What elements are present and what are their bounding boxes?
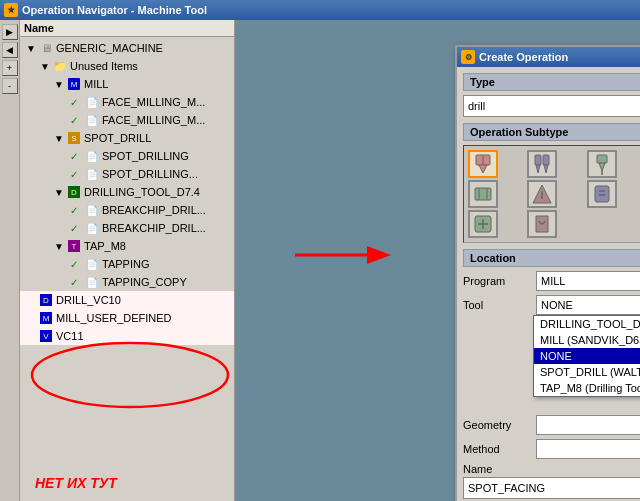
type-select-value: drill	[468, 100, 485, 112]
tool-label: Tool	[463, 299, 533, 311]
subtype-section-header: Operation Subtype ▲	[463, 123, 640, 141]
type-select[interactable]: drill	[463, 95, 640, 117]
location-header-label: Location	[470, 252, 516, 264]
tree-item-break1[interactable]: ✓ 📄 BREAKCHIP_DRIL...	[20, 201, 234, 219]
annotation-text: НЕТ ИХ ТУТ	[35, 475, 117, 491]
spot1-label: SPOT_DRILLING	[102, 150, 189, 162]
subtype-icon-7[interactable]	[527, 180, 557, 208]
subtype-icon-13[interactable]	[527, 210, 557, 238]
method-dropdown[interactable]: ▼	[536, 439, 640, 459]
subtype-icon-2[interactable]	[587, 150, 617, 178]
check-icon-8: ✓	[66, 274, 82, 290]
drilling-label: DRILLING_TOOL_D7.4	[84, 186, 200, 198]
name-section: Name	[463, 463, 640, 499]
red-arrow	[285, 235, 405, 275]
tool-select-value[interactable]: NONE	[536, 295, 640, 315]
tree-item-spot1[interactable]: ✓ 📄 SPOT_DRILLING	[20, 147, 234, 165]
method-select-value[interactable]	[536, 439, 640, 459]
tool-list-item-1[interactable]: MILL (SANDVIK_D63)	[534, 332, 640, 348]
svg-rect-6	[535, 155, 541, 165]
app-window: ★ Operation Navigator - Machine Tool ▶ ◀…	[0, 0, 640, 501]
program-select-value[interactable]: MILL	[536, 271, 640, 291]
type-header-label: Type	[470, 76, 495, 88]
svg-rect-20	[475, 188, 491, 200]
subtype-icon-6[interactable]	[468, 180, 498, 208]
tree-item-mill-user[interactable]: M MILL_USER_DEFINED	[20, 309, 234, 327]
expand-mill[interactable]: ▼	[52, 77, 66, 91]
tool-list-item-4[interactable]: TAP_M8 (Drilling Tool)	[534, 380, 640, 396]
tree-item-face1[interactable]: ✓ 📄 FACE_MILLING_M...	[20, 93, 234, 111]
check-icon-2: ✓	[66, 112, 82, 128]
subtype-icon-12[interactable]	[468, 210, 498, 238]
face1-label: FACE_MILLING_M...	[102, 96, 205, 108]
tree-item-generic[interactable]: ▼ 🖥 GENERIC_MACHINE	[20, 39, 234, 57]
tree-item-tapping2[interactable]: ✓ 📄 TAPPING_COPY	[20, 273, 234, 291]
tool-dropdown[interactable]: NONE ▼	[536, 295, 640, 315]
tool-dropdown-open: DRILLING_TOOL_D7.4 (GUHRING DRILL D7.4) …	[533, 315, 640, 397]
mill-icon: M	[66, 76, 82, 92]
tree-item-vc11[interactable]: V VC11	[20, 327, 234, 345]
tree-item-face2[interactable]: ✓ 📄 FACE_MILLING_M...	[20, 111, 234, 129]
check-icon-5: ✓	[66, 202, 82, 218]
app-title: Operation Navigator - Machine Tool	[22, 4, 207, 16]
dialog-title-left: ⚙ Create Operation	[461, 50, 568, 64]
expand-tap[interactable]: ▼	[52, 239, 66, 253]
check-icon-1: ✓	[66, 94, 82, 110]
geometry-dropdown[interactable]: ▼	[536, 415, 640, 435]
subtype-header-label: Operation Subtype	[470, 126, 568, 138]
tree-item-drill-vc10[interactable]: D DRILL_VC10	[20, 291, 234, 309]
geometry-select-value[interactable]	[536, 415, 640, 435]
tapping2-icon: 📄	[84, 274, 100, 290]
tree-item-drilling[interactable]: ▼ D DRILLING_TOOL_D7.4	[20, 183, 234, 201]
spot1-icon: 📄	[84, 148, 100, 164]
tree-item-spot-drill[interactable]: ▼ S SPOT_DRILL	[20, 129, 234, 147]
check-icon-4: ✓	[66, 166, 82, 182]
tree-item-unused[interactable]: ▼ 📁 Unused Items	[20, 57, 234, 75]
unused-label: Unused Items	[70, 60, 138, 72]
tree-item-tap[interactable]: ▼ T TAP_M8	[20, 237, 234, 255]
check-icon-3: ✓	[66, 148, 82, 164]
tool-list-item-0[interactable]: DRILLING_TOOL_D7.4 (GUHRING DRILL D7.4)	[534, 316, 640, 332]
drilling-icon: D	[66, 184, 82, 200]
svg-rect-25	[595, 186, 609, 202]
expand-unused[interactable]: ▼	[38, 59, 52, 73]
method-row: Method ▼	[463, 439, 640, 459]
subtype-icon-0[interactable]	[468, 150, 498, 178]
tree-item-tapping1[interactable]: ✓ 📄 TAPPING	[20, 255, 234, 273]
tapping2-label: TAPPING_COPY	[102, 276, 187, 288]
toolbar-btn-3[interactable]: +	[2, 60, 18, 76]
subtype-icon-8[interactable]	[587, 180, 617, 208]
generic-machine-icon: 🖥	[38, 40, 54, 56]
mill-label: MILL	[84, 78, 108, 90]
tree-item-break2[interactable]: ✓ 📄 BREAKCHIP_DRIL...	[20, 219, 234, 237]
expand-drilling[interactable]: ▼	[52, 185, 66, 199]
tool-list-item-3[interactable]: SPOT_DRILL (WALTER)	[534, 364, 640, 380]
tree-item-spot2[interactable]: ✓ 📄 SPOT_DRILLING...	[20, 165, 234, 183]
toolbar-btn-4[interactable]: -	[2, 78, 18, 94]
subtype-icon-1[interactable]	[527, 150, 557, 178]
break2-label: BREAKCHIP_DRIL...	[102, 222, 206, 234]
mill-user-icon: M	[38, 310, 54, 326]
drill-vc10-label: DRILL_VC10	[56, 294, 121, 306]
tap-label: TAP_M8	[84, 240, 126, 252]
name-input[interactable]	[463, 477, 640, 499]
toolbar-btn-2[interactable]: ◀	[2, 42, 18, 58]
face2-icon: 📄	[84, 112, 100, 128]
create-operation-dialog: ⚙ Create Operation ✕ Type ▲ drill	[455, 45, 640, 501]
spot-drill-label: SPOT_DRILL	[84, 132, 151, 144]
expand-generic[interactable]: ▼	[24, 41, 38, 55]
subtype-icon-grid	[463, 145, 640, 243]
title-bar: ★ Operation Navigator - Machine Tool	[0, 0, 640, 20]
tree-item-mill[interactable]: ▼ M MILL	[20, 75, 234, 93]
tool-list-item-2[interactable]: NONE	[534, 348, 640, 364]
program-dropdown[interactable]: MILL ▼	[536, 271, 640, 291]
tool-row: Tool NONE ▼	[463, 295, 640, 315]
expand-spot[interactable]: ▼	[52, 131, 66, 145]
toolbar-btn-1[interactable]: ▶	[2, 24, 18, 40]
navigator-panel: Name ▼ 🖥 GENERIC_MACHINE ▼ 📁 Unused Item…	[20, 20, 235, 501]
generic-machine-label: GENERIC_MACHINE	[56, 42, 163, 54]
geometry-label: Geometry	[463, 419, 533, 431]
svg-marker-9	[544, 165, 548, 173]
svg-marker-11	[599, 163, 605, 171]
dialog-body: Type ▲ drill ▼ Operation Subtype ▲	[457, 67, 640, 501]
